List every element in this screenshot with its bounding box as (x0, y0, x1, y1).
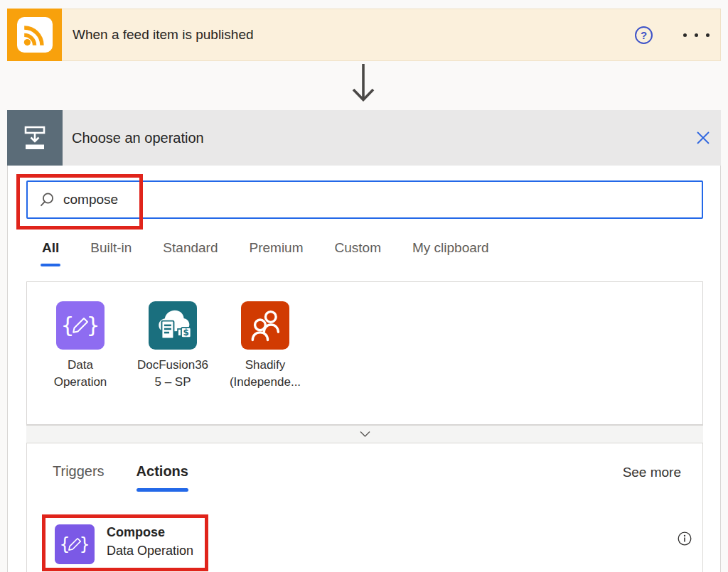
tab-my-clipboard[interactable]: My clipboard (412, 240, 489, 266)
trigger-card[interactable]: When a feed item is published ? (7, 9, 721, 61)
two-people-icon (241, 301, 289, 350)
svg-text:{: { (60, 313, 74, 338)
choose-operation-icon (7, 110, 63, 166)
connector-label: Data Operation (54, 357, 107, 391)
cloud-document-icon: $ (149, 301, 197, 350)
connector-label: DocFusion36 5 – SP (137, 357, 208, 391)
tab-all[interactable]: All (42, 240, 59, 266)
operations-list: Triggers Actions See more { } Compose Da… (26, 443, 703, 572)
result-title: Compose (107, 524, 193, 541)
flow-designer: When a feed item is published ? C (0, 0, 728, 572)
list-tabs: Triggers Actions (53, 463, 188, 492)
more-options-button[interactable] (680, 26, 712, 44)
tab-standard[interactable]: Standard (163, 240, 218, 266)
arrow-down-icon (349, 63, 378, 111)
expand-chevron-button[interactable] (26, 425, 703, 443)
search-box (26, 180, 703, 219)
question-glyph: ? (641, 29, 647, 41)
connector-grid: { } Data Operation (26, 281, 703, 425)
svg-text:}: } (79, 534, 90, 554)
result-text: Compose Data Operation (107, 524, 193, 561)
braces-pencil-icon: { } (55, 524, 95, 564)
svg-text:}: } (86, 313, 100, 338)
result-subtitle: Data Operation (107, 541, 193, 561)
list-tab-triggers[interactable]: Triggers (53, 463, 105, 492)
info-icon[interactable] (677, 531, 692, 546)
panel-title: Choose an operation (72, 110, 204, 166)
operation-panel: Choose an operation All Built-in Standar… (7, 110, 721, 572)
search-icon (39, 192, 55, 207)
close-icon[interactable] (694, 129, 712, 147)
list-tab-actions[interactable]: Actions (136, 463, 188, 492)
connector-tile-docfusion365[interactable]: $ DocFusion36 5 – SP (127, 301, 219, 424)
compose-result-row[interactable]: { } Compose Data Operation (27, 512, 704, 572)
connector-tile-data-operation[interactable]: { } Data Operation (34, 301, 127, 424)
connector-tile-shadify[interactable]: Shadify (Independe... (219, 301, 311, 424)
ellipsis-icon (683, 33, 687, 37)
category-tabs: All Built-in Standard Premium Custom My … (42, 240, 489, 266)
panel-header: Choose an operation (7, 110, 721, 166)
svg-text:$: $ (183, 328, 189, 338)
rss-icon (7, 9, 62, 61)
braces-pencil-icon: { } (56, 301, 105, 350)
help-icon[interactable]: ? (635, 26, 653, 44)
tab-custom[interactable]: Custom (335, 240, 381, 266)
svg-text:{: { (59, 534, 70, 554)
chevron-down-icon (359, 431, 371, 438)
see-more-button[interactable]: See more (623, 465, 681, 480)
trigger-title: When a feed item is published (73, 9, 254, 60)
connector-label: Shadify (Independe... (230, 357, 301, 391)
tab-premium[interactable]: Premium (249, 240, 303, 266)
tab-built-in[interactable]: Built-in (90, 240, 132, 266)
search-input[interactable] (63, 192, 702, 207)
